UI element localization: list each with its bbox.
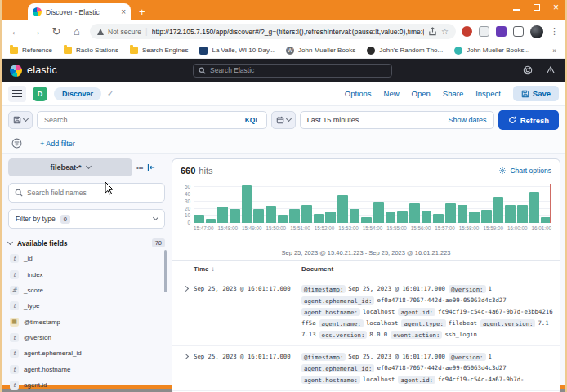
field-item[interactable]: t@version xyxy=(8,330,165,345)
histogram-bar[interactable] xyxy=(217,207,228,223)
space-avatar[interactable]: D xyxy=(33,87,47,101)
histogram-bars[interactable] xyxy=(194,184,551,223)
time-column-header[interactable]: Time ↓ xyxy=(194,265,301,273)
field-item[interactable]: tagent.id xyxy=(8,377,165,392)
extension-puzzle-icon[interactable] xyxy=(496,26,507,37)
new-tab-button[interactable]: + xyxy=(139,6,145,18)
alerts-icon[interactable] xyxy=(546,65,556,75)
breadcrumb[interactable]: Discover xyxy=(54,87,101,100)
histogram-bar[interactable] xyxy=(337,195,348,223)
histogram-bar[interactable] xyxy=(529,192,540,223)
kql-badge[interactable]: KQL xyxy=(245,116,260,124)
histogram-bar[interactable] xyxy=(194,215,204,223)
index-pattern-select[interactable]: filebeat-* xyxy=(8,158,132,176)
histogram-bar[interactable] xyxy=(373,202,384,223)
share-icon[interactable] xyxy=(428,27,437,36)
browser-tab[interactable]: Discover - Elastic × xyxy=(28,3,131,20)
bookmark-item[interactable]: Reference xyxy=(10,47,52,54)
bookmarks-overflow-chevron[interactable]: » xyxy=(552,47,556,55)
bookmark-item[interactable]: Search Engines xyxy=(130,47,188,54)
add-filter-button[interactable]: + Add filter xyxy=(40,140,75,148)
refresh-button[interactable]: Refresh xyxy=(498,110,559,130)
field-item[interactable]: tagent.ephemeral_id xyxy=(8,345,165,361)
histogram-bar[interactable] xyxy=(242,185,252,223)
histogram-plot[interactable]: 01020304050 xyxy=(194,184,551,223)
filter-list-icon[interactable] xyxy=(11,138,22,149)
expand-row-button[interactable] xyxy=(177,283,194,341)
extension-blocker-icon[interactable] xyxy=(462,26,472,37)
bookmark-star-icon[interactable]: ☆ xyxy=(441,27,449,36)
histogram-bar[interactable] xyxy=(409,203,420,223)
histogram-bar[interactable] xyxy=(206,219,217,223)
global-search-input[interactable]: Search Elastic xyxy=(193,64,392,78)
histogram-bar[interactable] xyxy=(505,205,516,223)
chrome-menu-icon[interactable]: ⋮ xyxy=(550,26,559,37)
histogram-bar[interactable] xyxy=(314,214,324,223)
help-icon[interactable] xyxy=(523,65,533,75)
profile-avatar[interactable] xyxy=(530,25,543,38)
histogram-bar[interactable] xyxy=(350,209,360,223)
histogram-bar[interactable] xyxy=(517,205,528,223)
histogram-bar[interactable] xyxy=(397,211,408,223)
histogram-bar[interactable] xyxy=(289,209,300,223)
close-button[interactable]: × xyxy=(553,3,559,11)
saved-query-menu-button[interactable] xyxy=(8,111,33,129)
available-fields-header[interactable]: Available fields 70 xyxy=(8,238,165,247)
chart-options-button[interactable]: Chart options xyxy=(498,167,551,175)
bookmark-item[interactable]: John's Random Tho... xyxy=(367,47,443,55)
home-icon[interactable]: ⌂ xyxy=(69,25,84,38)
histogram-bar[interactable] xyxy=(301,205,312,223)
sidebar-scrollbar[interactable] xyxy=(164,250,167,292)
field-item[interactable]: tagent.hostname xyxy=(8,362,165,377)
options-button[interactable]: Options xyxy=(345,89,372,98)
histogram-bar[interactable] xyxy=(422,211,432,223)
extension-screenshot-icon[interactable] xyxy=(479,26,489,37)
inspect-button[interactable]: Inspect xyxy=(475,89,501,98)
show-dates-link[interactable]: Show dates xyxy=(449,116,487,124)
bookmark-item[interactable]: Radio Stations xyxy=(64,47,118,54)
bookmark-item[interactable]: WJohn Mueller Books xyxy=(286,47,355,55)
field-search-input[interactable] xyxy=(27,189,158,197)
histogram-bar[interactable] xyxy=(493,197,504,223)
reload-icon[interactable]: ↻ xyxy=(49,25,64,38)
histogram-bar[interactable] xyxy=(278,215,288,223)
field-item[interactable]: t_index xyxy=(8,266,165,282)
field-item[interactable]: #_score xyxy=(8,283,165,298)
histogram-bar[interactable] xyxy=(266,206,276,223)
expand-row-button[interactable] xyxy=(177,351,194,385)
histogram-bar[interactable] xyxy=(230,209,240,223)
tab-close-icon[interactable]: × xyxy=(121,7,126,16)
tab-groups-icon[interactable] xyxy=(513,26,524,37)
new-button[interactable]: New xyxy=(384,89,400,98)
histogram-bar[interactable] xyxy=(325,212,336,223)
field-item[interactable]: t_type xyxy=(8,298,165,314)
histogram-bar[interactable] xyxy=(458,205,468,223)
minimize-button[interactable] xyxy=(513,9,520,11)
histogram-bar[interactable] xyxy=(481,210,492,223)
maximize-button[interactable] xyxy=(534,4,540,11)
time-range-value[interactable]: Last 15 minutes xyxy=(307,116,444,124)
filter-by-type-select[interactable]: Filter by type 0 xyxy=(8,209,165,229)
histogram-bar[interactable] xyxy=(445,203,456,223)
save-button[interactable]: Save xyxy=(513,86,559,101)
bookmark-item[interactable]: La Valle, WI 10-Day... xyxy=(199,47,275,55)
address-bar[interactable]: Not secure | http://172.105.7.150/app/di… xyxy=(90,24,456,39)
histogram-bar[interactable] xyxy=(469,212,480,223)
open-button[interactable]: Open xyxy=(412,89,431,98)
date-quick-menu-button[interactable] xyxy=(271,111,296,129)
forward-icon[interactable]: → xyxy=(29,25,43,38)
back-icon[interactable]: ← xyxy=(8,25,23,38)
field-options-icon[interactable]: ••• xyxy=(136,164,143,172)
field-item[interactable]: t_id xyxy=(8,251,165,266)
menu-hamburger-icon[interactable] xyxy=(8,86,26,102)
query-search-box[interactable]: KQL xyxy=(37,111,267,129)
histogram-bar[interactable] xyxy=(433,214,444,223)
histogram-bar[interactable] xyxy=(253,209,264,223)
search-input[interactable] xyxy=(44,116,245,124)
share-button[interactable]: Share xyxy=(443,89,463,98)
field-item[interactable]: ▦@timestamp xyxy=(8,314,165,330)
histogram-chart[interactable]: 01020304050 15:47:0015:48:0015:49:0015:5… xyxy=(172,182,560,246)
time-range-picker[interactable]: Last 15 minutes Show dates xyxy=(300,111,494,129)
histogram-bar[interactable] xyxy=(386,212,396,223)
collapse-sidebar-icon[interactable] xyxy=(147,163,156,172)
